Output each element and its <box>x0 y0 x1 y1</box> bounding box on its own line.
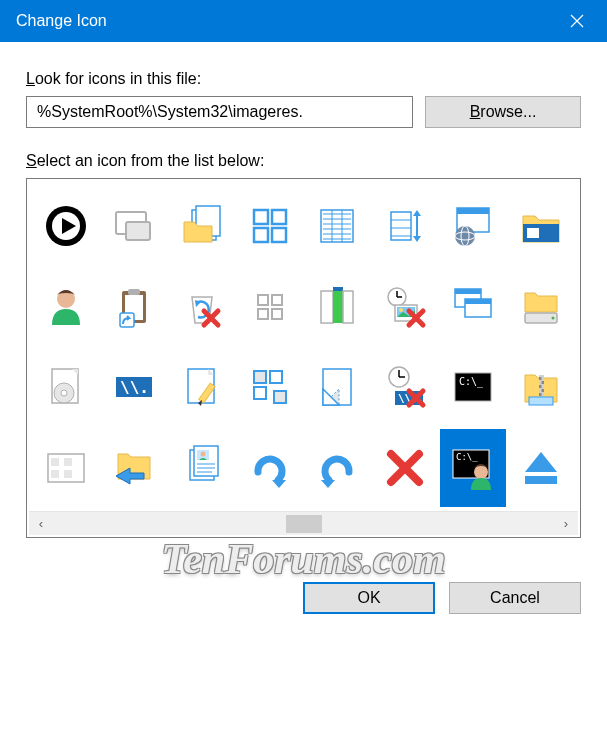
svg-rect-42 <box>333 291 343 323</box>
delete-x-icon[interactable] <box>372 429 438 508</box>
page-pencil-icon[interactable] <box>169 348 235 427</box>
svg-rect-93 <box>64 470 72 478</box>
svg-rect-67 <box>254 371 266 383</box>
file-path-input[interactable] <box>26 96 413 128</box>
time-picture-delete-icon[interactable] <box>372 268 438 347</box>
zip-folder-icon[interactable] <box>508 348 574 427</box>
folder-back-icon[interactable] <box>101 429 167 508</box>
select-label: Select an icon from the list below: <box>26 152 581 170</box>
svg-rect-39 <box>258 309 268 319</box>
svg-rect-41 <box>321 291 333 323</box>
svg-rect-68 <box>270 371 282 383</box>
drive-folder-icon[interactable] <box>508 268 574 347</box>
list-detail-icon[interactable] <box>305 187 371 266</box>
svg-marker-102 <box>321 480 335 488</box>
icon-grid: \\..\\..C:\_C:\_ <box>29 183 578 511</box>
svg-text:C:\_: C:\_ <box>459 376 484 388</box>
page-contact-icon[interactable] <box>169 429 235 508</box>
resize-vertical-icon[interactable] <box>372 187 438 266</box>
cancel-button[interactable]: Cancel <box>449 582 581 614</box>
grid-four-icon[interactable] <box>237 187 303 266</box>
clipboard-shortcut-icon[interactable] <box>101 268 167 347</box>
svg-rect-38 <box>272 295 282 305</box>
svg-marker-101 <box>272 480 286 488</box>
file-row: Browse... <box>26 96 581 128</box>
svg-marker-106 <box>525 452 557 472</box>
horizontal-scrollbar[interactable]: ‹ › <box>29 511 578 535</box>
scroll-thumb[interactable] <box>286 515 322 533</box>
user-head-icon[interactable] <box>33 268 99 347</box>
svg-rect-90 <box>51 458 59 466</box>
svg-rect-4 <box>126 222 150 240</box>
svg-rect-7 <box>254 210 268 224</box>
svg-text:C:\_: C:\_ <box>456 452 478 462</box>
svg-rect-85 <box>542 389 545 392</box>
svg-rect-44 <box>343 291 353 323</box>
command-prompt-icon[interactable]: C:\_ <box>440 348 506 427</box>
scroll-left-arrow-icon[interactable]: ‹ <box>29 512 53 536</box>
folder-copy-icon[interactable] <box>169 187 235 266</box>
icon-list-box: \\..\\..C:\_C:\_ ‹ › <box>26 178 581 538</box>
svg-rect-30 <box>527 228 539 238</box>
recycle-delete-icon[interactable] <box>169 268 235 347</box>
svg-rect-52 <box>455 289 481 294</box>
scroll-right-arrow-icon[interactable]: › <box>554 512 578 536</box>
svg-rect-83 <box>542 381 545 384</box>
svg-rect-25 <box>457 208 489 214</box>
svg-point-60 <box>61 390 67 396</box>
svg-rect-69 <box>254 387 266 399</box>
svg-point-26 <box>455 226 475 246</box>
grid-small-icon[interactable] <box>237 268 303 347</box>
window-title: Change Icon <box>16 12 107 30</box>
page-fold-icon[interactable] <box>305 348 371 427</box>
svg-point-97 <box>200 451 205 456</box>
svg-rect-91 <box>51 470 59 478</box>
svg-point-105 <box>474 465 488 479</box>
svg-rect-11 <box>321 210 353 242</box>
window-cascade-icon[interactable] <box>440 268 506 347</box>
svg-rect-84 <box>539 385 542 388</box>
scroll-track[interactable] <box>53 512 554 536</box>
close-button[interactable] <box>547 0 607 42</box>
svg-rect-10 <box>272 228 286 242</box>
svg-rect-40 <box>272 309 282 319</box>
play-circle-icon[interactable] <box>33 187 99 266</box>
ok-button[interactable]: OK <box>303 582 435 614</box>
eject-icon[interactable] <box>508 429 574 508</box>
cmd-user-icon[interactable]: C:\_ <box>440 429 506 508</box>
svg-text:\\..: \\.. <box>120 378 158 397</box>
svg-rect-70 <box>274 391 286 403</box>
svg-rect-34 <box>128 289 140 295</box>
svg-rect-37 <box>258 295 268 305</box>
svg-rect-107 <box>525 476 557 484</box>
svg-point-50 <box>399 308 403 312</box>
svg-rect-43 <box>333 287 343 291</box>
look-label: Look for icons in this file: <box>26 70 581 88</box>
layout-tiles-icon[interactable] <box>33 429 99 508</box>
dialog-content: Look for icons in this file: Browse... S… <box>0 42 607 634</box>
svg-rect-88 <box>529 397 553 405</box>
redo-icon[interactable] <box>237 429 303 508</box>
svg-point-56 <box>552 316 555 319</box>
page-disc-icon[interactable] <box>33 348 99 427</box>
button-row: OK Cancel <box>26 582 581 614</box>
grid-offset-icon[interactable] <box>237 348 303 427</box>
svg-rect-86 <box>539 393 542 396</box>
screen-mirror-icon[interactable] <box>101 187 167 266</box>
svg-rect-9 <box>254 228 268 242</box>
panel-green-icon[interactable] <box>305 268 371 347</box>
folder-explorer-icon[interactable] <box>508 187 574 266</box>
window-globe-icon[interactable] <box>440 187 506 266</box>
svg-rect-8 <box>272 210 286 224</box>
svg-rect-92 <box>64 458 72 466</box>
svg-rect-82 <box>539 377 542 380</box>
titlebar: Change Icon <box>0 0 607 42</box>
network-path-icon[interactable]: \\.. <box>101 348 167 427</box>
browse-button[interactable]: Browse... <box>425 96 581 128</box>
svg-rect-54 <box>465 299 491 304</box>
undo-icon[interactable] <box>305 429 371 508</box>
time-network-icon[interactable]: \\.. <box>372 348 438 427</box>
